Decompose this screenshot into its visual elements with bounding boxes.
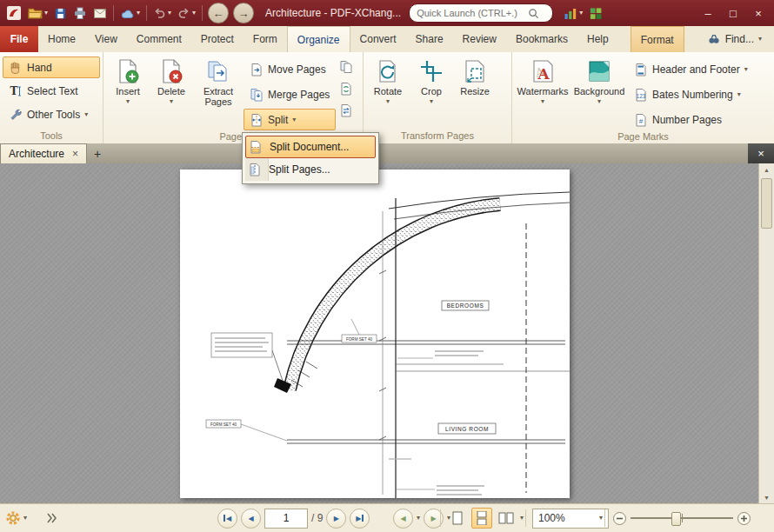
- status-options-button[interactable]: ▾: [5, 510, 27, 526]
- title-bar: ▾ ▾ ▾ ▾ ← → Architecture - PDF-XChang...…: [0, 0, 774, 26]
- ribbon-group-page-marks: AA Watermarks ▾ Background ▾ Header and …: [512, 52, 774, 143]
- two-pages-icon: [498, 511, 514, 525]
- email-button[interactable]: [90, 3, 110, 23]
- delete-pages-button[interactable]: Delete ▾: [150, 54, 193, 105]
- document-page[interactable]: BEDROOMS LIVING ROOM FORM SET 40 FORM SE…: [180, 170, 570, 498]
- dropdown-caret-icon: ▾: [579, 10, 583, 17]
- email-icon: [93, 8, 107, 19]
- quick-launch-input[interactable]: [415, 7, 528, 19]
- tab-share[interactable]: Share: [406, 26, 453, 52]
- transform-group-label: Transform Pages: [366, 130, 509, 143]
- select-text-button[interactable]: T Select Text: [3, 80, 100, 102]
- two-page-view-button[interactable]: [496, 508, 517, 529]
- close-button[interactable]: ×: [746, 2, 771, 24]
- menu-item-split-pages[interactable]: Split Pages...: [245, 158, 376, 181]
- header-and-footer-button[interactable]: Header and Footer ▾: [628, 58, 754, 80]
- maximize-button[interactable]: □: [721, 2, 745, 24]
- tab-form[interactable]: Form: [244, 26, 287, 52]
- plus-circle-icon: [737, 511, 751, 526]
- replace-pages-button[interactable]: [339, 82, 353, 96]
- tab-format[interactable]: Format: [631, 26, 684, 52]
- last-page-button[interactable]: ▶: [350, 509, 370, 529]
- insert-pages-button[interactable]: Insert ▾: [106, 54, 150, 105]
- zoom-out-button[interactable]: [612, 511, 627, 526]
- duplicate-pages-button[interactable]: [339, 60, 353, 74]
- crop-pages-button[interactable]: Crop ▾: [410, 54, 453, 105]
- move-pages-button[interactable]: Move Pages: [244, 58, 336, 80]
- cloud-button[interactable]: ▾: [117, 3, 143, 23]
- dropdown-caret-icon: ▾: [23, 515, 27, 522]
- document-tab-architecture[interactable]: Architecture ×: [0, 143, 87, 163]
- tab-home[interactable]: Home: [38, 26, 85, 52]
- undo-button[interactable]: ▾: [150, 3, 174, 23]
- scroll-up-button[interactable]: ▲: [759, 163, 774, 176]
- single-page-view-button[interactable]: [447, 508, 468, 529]
- swap-pages-button[interactable]: [339, 103, 353, 117]
- zoom-level-select[interactable]: 100% ▾: [532, 509, 609, 529]
- continuous-view-button[interactable]: [471, 508, 492, 529]
- vertical-scrollbar[interactable]: ▲ ▼: [758, 163, 774, 504]
- new-tab-button[interactable]: +: [87, 143, 108, 163]
- hand-icon: [9, 61, 23, 75]
- zoom-in-button[interactable]: [737, 511, 751, 526]
- print-button[interactable]: [70, 3, 90, 23]
- first-page-button[interactable]: ◀: [217, 509, 237, 529]
- split-button[interactable]: Split ▾: [244, 109, 336, 130]
- scroll-down-button[interactable]: ▼: [759, 491, 774, 504]
- scrollbar-thumb[interactable]: [761, 178, 772, 229]
- tab-comment[interactable]: Comment: [127, 26, 191, 52]
- ribbon-group-pages: Insert ▾ Delete ▾ Extract Pages Move Pag…: [103, 52, 364, 143]
- statistics-button[interactable]: ▾: [561, 3, 585, 23]
- tab-file[interactable]: File: [0, 26, 38, 52]
- open-file-button[interactable]: ▾: [25, 3, 50, 23]
- tab-bookmarks[interactable]: Bookmarks: [506, 26, 577, 52]
- expand-toolbars-button[interactable]: [45, 512, 57, 524]
- zoom-slider-handle[interactable]: [671, 512, 681, 526]
- separator: [202, 5, 203, 21]
- minus-circle-icon: [612, 511, 627, 526]
- redo-button[interactable]: ▾: [175, 3, 198, 23]
- tab-review[interactable]: Review: [453, 26, 506, 52]
- redo-icon: [177, 7, 190, 19]
- tab-protect[interactable]: Protect: [191, 26, 244, 52]
- watermarks-button[interactable]: AA Watermarks ▾: [515, 54, 570, 105]
- tab-convert[interactable]: Convert: [350, 26, 406, 52]
- background-button[interactable]: Background ▾: [570, 54, 628, 105]
- dropdown-caret-icon: ▾: [744, 66, 748, 73]
- resize-pages-button[interactable]: Resize: [453, 54, 497, 96]
- delete-pages-icon: [158, 58, 184, 84]
- save-button[interactable]: [51, 3, 70, 23]
- next-page-button[interactable]: ▶: [326, 509, 346, 529]
- page-number-input[interactable]: [264, 509, 308, 529]
- close-document-button[interactable]: ×: [748, 143, 774, 163]
- tab-help[interactable]: Help: [577, 26, 618, 52]
- quick-launch-box[interactable]: [409, 3, 553, 23]
- previous-page-button[interactable]: ◀: [241, 509, 261, 529]
- number-pages-button[interactable]: # Number Pages: [628, 109, 754, 130]
- tab-view[interactable]: View: [85, 26, 127, 52]
- rotate-pages-button[interactable]: Rotate ▾: [366, 54, 410, 105]
- number-pages-icon: #: [634, 113, 648, 127]
- hand-tool-button[interactable]: Hand: [3, 57, 100, 78]
- other-tools-button[interactable]: Other Tools ▾: [3, 103, 100, 125]
- chart-icon: [564, 7, 577, 20]
- open-folder-icon: [28, 7, 43, 20]
- dropdown-caret-icon: ▾: [417, 515, 420, 522]
- session-button[interactable]: [586, 3, 605, 23]
- bates-numbering-button[interactable]: 123 Bates Numbering ▾: [628, 83, 754, 105]
- merge-pages-button[interactable]: Merge Pages: [244, 83, 336, 105]
- page-total-label: / 9: [311, 512, 323, 524]
- previous-view-button[interactable]: ◀: [393, 509, 413, 529]
- extract-pages-button[interactable]: Extract Pages: [193, 54, 244, 107]
- dropdown-caret-icon: ▾: [137, 10, 140, 17]
- zoom-slider[interactable]: [631, 512, 733, 524]
- find-button[interactable]: Find... ▾: [700, 26, 774, 52]
- form-set-bottom-label: FORM SET 40: [210, 422, 237, 427]
- close-tab-icon[interactable]: ×: [72, 148, 78, 160]
- forward-button[interactable]: →: [233, 3, 254, 23]
- back-button[interactable]: ←: [208, 3, 229, 23]
- tab-organize[interactable]: Organize: [287, 26, 350, 52]
- menu-item-split-document[interactable]: Split Document...: [245, 136, 376, 158]
- minimize-button[interactable]: –: [696, 2, 720, 24]
- replace-pages-icon: [339, 82, 353, 96]
